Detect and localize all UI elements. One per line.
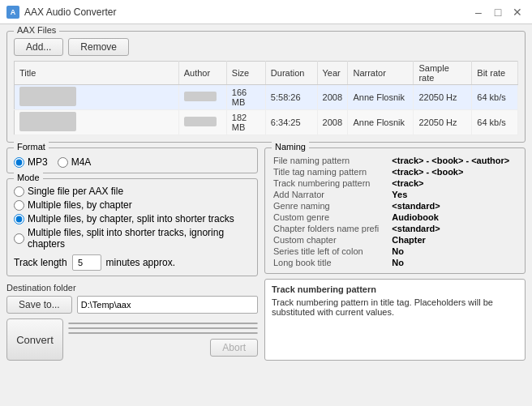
mode-options: Single file per AAX file Multiple files,…	[14, 186, 251, 250]
right-panel: Naming File naming pattern<track> - <boo…	[264, 147, 526, 361]
mode-single[interactable]: Single file per AAX file	[14, 186, 251, 197]
naming-value: <track>	[390, 177, 518, 189]
destination-section: Destination folder Save to...	[6, 283, 258, 314]
naming-row: File naming pattern<track> - <book> - <a…	[272, 155, 518, 166]
remove-button[interactable]: Remove	[68, 38, 129, 56]
app-icon: A	[6, 6, 19, 19]
format-m4a-radio[interactable]	[58, 157, 68, 168]
format-section: Format MP3 M4A	[6, 147, 258, 173]
mode-single-radio[interactable]	[14, 186, 24, 197]
info-box-title: Track numbering pattern	[272, 284, 518, 294]
info-box-description: Track numbering pattern in title tag. Pl…	[272, 297, 518, 317]
cell-year: 2008	[317, 85, 348, 110]
naming-key: Track numbering pattern	[272, 177, 390, 189]
format-mp3-radio[interactable]	[14, 157, 24, 168]
naming-row: Series title left of colonNo	[272, 246, 518, 257]
window-controls: – □ ✕	[470, 4, 526, 20]
cell-duration: 5:58:26	[265, 85, 317, 110]
aax-files-toolbar: Add... Remove	[14, 38, 518, 56]
naming-value: Yes	[390, 189, 518, 200]
col-title: Title	[15, 62, 179, 85]
naming-key: File naming pattern	[272, 155, 390, 166]
mode-chapter-radio[interactable]	[14, 200, 24, 211]
cell-year: 2008	[317, 110, 348, 135]
naming-row: Custom genreAudiobook	[272, 212, 518, 223]
convert-section: Convert Abort	[6, 318, 258, 361]
mode-chapter-label: Multiple files, by chapter	[28, 199, 132, 211]
file-table: Title Author Size Duration Year Narrator…	[14, 61, 518, 135]
left-panel: Format MP3 M4A Mode	[6, 147, 258, 361]
cell-author	[178, 110, 226, 135]
destination-label: Destination folder	[6, 283, 258, 293]
naming-value: Chapter	[390, 234, 518, 246]
naming-row: Add NarratorYes	[272, 189, 518, 200]
naming-row: Track numbering pattern<track>	[272, 177, 518, 189]
naming-table: File naming pattern<track> - <book> - <a…	[272, 155, 518, 268]
info-box: Track numbering pattern Track numbering …	[264, 279, 526, 361]
naming-row: Custom chapterChapter	[272, 234, 518, 246]
mode-split-ignore-radio[interactable]	[14, 233, 24, 244]
title-bar: A AAX Audio Converter – □ ✕	[0, 0, 532, 24]
cell-narrator: Anne Flosnik	[348, 85, 414, 110]
naming-key: Add Narrator	[272, 189, 390, 200]
naming-value: <track> - <book>	[390, 166, 518, 177]
mode-chapter-split-radio[interactable]	[14, 214, 24, 224]
naming-row: Title tag naming pattern<track> - <book>	[272, 166, 518, 177]
minimize-button[interactable]: –	[470, 4, 487, 20]
naming-key: Chapter folders name prefi	[272, 223, 390, 234]
cell-size: 182 MB	[226, 110, 265, 135]
destination-input[interactable]	[77, 296, 258, 314]
save-to-button[interactable]: Save to...	[6, 296, 72, 314]
naming-key: Series title left of colon	[272, 246, 390, 257]
cell-bitrate: 64 kb/s	[472, 110, 518, 135]
progress-bars: Abort	[68, 323, 258, 357]
mode-chapter-split-label: Multiple files, by chapter, split into s…	[28, 213, 234, 224]
naming-value: <track> - <book> - <author>	[390, 155, 518, 166]
aax-files-label: AAX Files	[14, 25, 59, 35]
cell-title	[15, 110, 179, 135]
table-row[interactable]: 182 MB6:34:252008Anne Flosnik22050 Hz64 …	[15, 110, 518, 135]
format-mp3-label: MP3	[28, 156, 48, 168]
abort-button[interactable]: Abort	[210, 339, 258, 357]
mode-single-label: Single file per AAX file	[28, 186, 123, 197]
main-content: AAX Files Add... Remove Title Author Siz…	[0, 24, 532, 367]
mode-chapter-split[interactable]: Multiple files, by chapter, split into s…	[14, 213, 251, 224]
naming-key: Title tag naming pattern	[272, 166, 390, 177]
add-button[interactable]: Add...	[14, 38, 63, 56]
format-m4a[interactable]: M4A	[58, 156, 92, 168]
aax-files-group: AAX Files Add... Remove Title Author Siz…	[6, 31, 526, 143]
col-year: Year	[317, 62, 348, 85]
col-bitrate: Bit rate	[472, 62, 518, 85]
cell-samplerate: 22050 Hz	[414, 85, 472, 110]
destination-row: Save to...	[6, 296, 258, 314]
maximize-button[interactable]: □	[490, 4, 506, 20]
mode-split-ignore[interactable]: Multiple files, split into shorter track…	[14, 227, 251, 250]
naming-value: Audiobook	[390, 212, 518, 223]
naming-value: No	[390, 257, 518, 268]
col-samplerate: Sample rate	[414, 62, 472, 85]
progress-bar-1	[68, 323, 258, 324]
cell-size: 166 MB	[226, 85, 265, 110]
convert-row: Convert Abort	[6, 318, 258, 361]
close-button[interactable]: ✕	[509, 4, 526, 20]
naming-value: <standard>	[390, 223, 518, 234]
mode-split-ignore-label: Multiple files, split into shorter track…	[28, 227, 251, 250]
naming-key: Long book title	[272, 257, 390, 268]
mode-chapter[interactable]: Multiple files, by chapter	[14, 199, 251, 211]
naming-box: Naming File naming pattern<track> - <boo…	[264, 147, 526, 274]
format-m4a-label: M4A	[71, 156, 92, 168]
mode-section: Mode Single file per AAX file Multiple f…	[6, 178, 258, 276]
cell-duration: 6:34:25	[265, 110, 317, 135]
track-length-input[interactable]	[72, 254, 101, 271]
naming-row: Genre naming<standard>	[272, 200, 518, 212]
track-length-label: Track length	[14, 257, 67, 268]
col-size: Size	[226, 62, 265, 85]
naming-value: <standard>	[390, 200, 518, 212]
format-mp3[interactable]: MP3	[14, 156, 48, 168]
track-length-row: Track length minutes approx.	[14, 254, 251, 271]
convert-button[interactable]: Convert	[6, 318, 63, 361]
cell-title	[15, 85, 179, 110]
cell-narrator: Anne Flosnik	[348, 110, 414, 135]
cell-bitrate: 64 kb/s	[472, 85, 518, 110]
table-row[interactable]: 166 MB5:58:262008Anne Flosnik22050 Hz64 …	[15, 85, 518, 110]
